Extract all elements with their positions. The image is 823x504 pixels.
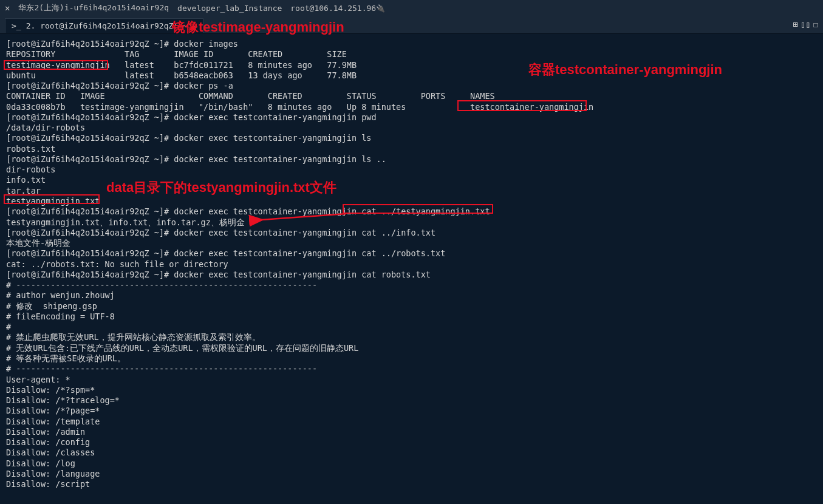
redbox-test-file (4, 194, 100, 204)
terminal-line: CONTAINER ID IMAGE COMMAND CREATED STATU… (6, 91, 495, 101)
terminal-line: # author wenjun.zhouwj (6, 290, 115, 300)
terminal-line: dir-robots (6, 165, 55, 174)
root-label: root@106.14.251.96🔌 (290, 4, 385, 13)
terminal-line: # --------------------------------------… (6, 280, 317, 290)
terminal-line: Disallow: /config (6, 437, 90, 447)
terminal-line: # fileEncoding = UTF-8 (6, 312, 115, 321)
terminal-line: Disallow: /*?spm=* (6, 385, 95, 395)
terminal-line: [root@iZuf6ih4q2o15i4oair92qZ ~]# docker… (6, 270, 431, 279)
svg-line-1 (261, 214, 346, 220)
instance-label: developer_lab_Instance (177, 4, 282, 13)
terminal-line: Disallow: /*?page=* (6, 406, 100, 415)
terminal-line: Disallow: /classes (6, 448, 95, 457)
terminal-body[interactable]: [root@iZuf6ih4q2o15i4oair92qZ ~]# docker… (0, 34, 823, 494)
terminal-line: # 修改 shipeng.gsp (6, 301, 97, 311)
tab-bar: >_ 2. root@iZuf6ih4q2o15i4oair92qZ: ~ ✕ … (0, 16, 823, 34)
tab-label: 2. root@iZuf6ih4q2o15i4oair92qZ: ~ (26, 21, 188, 30)
terminal-line: [root@iZuf6ih4q2o15i4oair92qZ ~]# docker… (6, 248, 445, 258)
terminal-line: # 无效URL包含:已下线产品线的URL，全动态URL，需权限验证的URL，存在… (6, 343, 358, 353)
arrow-annotation (255, 213, 352, 233)
terminal-line: Disallow: /admin (6, 427, 85, 437)
add-tab-icon[interactable]: ⊞ (793, 19, 797, 29)
terminal-line: cat: ../robots.txt: No such file or dire… (6, 259, 228, 269)
annotation-image: 镜像testimage-yangmingjin (172, 18, 344, 36)
annotation-file: data目录下的testyangmingjin.txt文件 (106, 179, 336, 197)
terminal-line: testyangmingjin.txt、info.txt、info.tar.gz… (6, 217, 245, 227)
terminal-line: REPOSITORY TAG IMAGE ID CREATED SIZE (6, 49, 347, 59)
terminal-line: [root@iZuf6ih4q2o15i4oair92qZ ~]# docker… (6, 112, 377, 122)
top-bar: ✕ 华东2(上海)i-uf6ih4q2o15i4oair92q develope… (0, 0, 823, 16)
terminal-line: # 等各种无需被SE收录的URL。 (6, 353, 126, 363)
split-vertical-icon[interactable]: ▯▯ (801, 19, 811, 29)
terminal-line: /data/dir-robots (6, 123, 85, 132)
terminal-line: Disallow: /*?tracelog=* (6, 395, 120, 405)
terminal-line: [root@iZuf6ih4q2o15i4oair92qZ ~]# docker… (6, 154, 386, 164)
terminal-line: # 禁止爬虫爬取无效URL，提升网站核心静态资源抓取及索引效率。 (6, 332, 261, 342)
terminal-line: Disallow: /log (6, 458, 75, 468)
terminal-line: Disallow: /language (6, 469, 100, 478)
terminal-line: Disallow: /script (6, 479, 90, 489)
terminal-line: [root@iZuf6ih4q2o15i4oair92qZ ~]# docker… (6, 133, 371, 143)
terminal-line: # (6, 322, 11, 332)
plug-icon: 🔌 (376, 4, 385, 13)
terminal-line: Disallow: /template (6, 417, 100, 426)
redbox-cat-command (343, 204, 493, 214)
terminal-line: robots.txt (6, 144, 55, 154)
tab-right-controls: ⊞ ▯▯ ☐ (793, 19, 818, 29)
terminal-line: [root@iZuf6ih4q2o15i4oair92qZ ~]# docker… (6, 39, 238, 49)
terminal-icon: >_ (12, 21, 21, 30)
terminal-line: # --------------------------------------… (6, 364, 317, 373)
terminal-line: [root@iZuf6ih4q2o15i4oair92qZ ~]# docker… (6, 228, 435, 237)
terminal-line: info.txt (6, 175, 46, 185)
annotation-container: 容器testcontainer-yangmingjin (528, 61, 722, 79)
close-icon[interactable]: ✕ (5, 3, 10, 13)
redbox-image-name (4, 60, 108, 70)
terminal-line: User-agent: * (6, 375, 70, 384)
region-label: 华东2(上海)i-uf6ih4q2o15i4oair92q (18, 2, 169, 13)
terminal-line: 本地文件-杨明金 (6, 238, 70, 248)
redbox-container-name (457, 100, 587, 111)
maximize-icon[interactable]: ☐ (813, 19, 818, 29)
terminal-line: ubuntu latest b6548eacb063 13 days ago 7… (6, 70, 357, 80)
terminal-line: [root@iZuf6ih4q2o15i4oair92qZ ~]# docker… (6, 81, 233, 90)
